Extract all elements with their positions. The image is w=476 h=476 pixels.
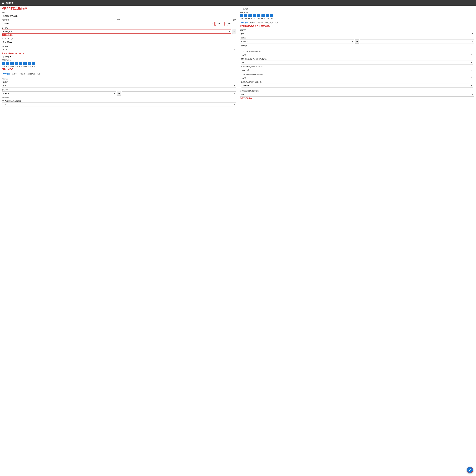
resolution-height-input[interactable] [227, 22, 236, 26]
cpu6-label: CPU6 [28, 66, 31, 67]
cpu3-label: CPU3 [15, 66, 18, 67]
gpu-annotation: 推荐选择：骁龙 [2, 34, 14, 36]
right-cpu0-label: CPU0 [240, 18, 243, 19]
right-offscreen-label: 离屏渲染模式(B提速,F兼容性好) [241, 66, 473, 68]
tab-folders-right[interactable]: 设置文件夹 [264, 21, 274, 25]
left-csmt-wrap: 启用 ▼ [2, 102, 236, 106]
cpu0-label: CPU0 [2, 66, 5, 67]
left-bg-label: 背景设置 [2, 89, 236, 91]
gpu-settings-button[interactable]: ⚙ [232, 30, 236, 34]
cpu-item-4: ✓ CPU4 [19, 62, 22, 67]
right-bg-select[interactable]: 桌面壁纸 [240, 39, 354, 43]
tab-env-right[interactable]: 环境变量 [256, 21, 264, 25]
right-cpu-item-6: ✓ CPU6 [266, 14, 269, 19]
right-cpu-item-2: ✓ CPU2 [248, 14, 252, 19]
right-shader-select[interactable]: 启用 [241, 76, 473, 80]
right-cpu2-checkbox[interactable]: ✓ [248, 14, 252, 17]
right-cpu5-checkbox[interactable]: ✓ [261, 14, 265, 17]
show-fps-checkbox[interactable] [2, 56, 4, 58]
tab-env-left[interactable]: 环境变量 [18, 72, 26, 76]
right-shader-label: 改进着色器渲染(启用提高兼容性) [241, 73, 473, 75]
cpu3-checkbox[interactable]: ✓ [15, 62, 18, 65]
cpu-item-5: ✓ CPU5 [23, 62, 27, 67]
dx-select[interactable]: CNC DDraw [2, 40, 236, 44]
top-bar: ☰ 编辑容器 [0, 0, 476, 6]
right-gpu-name-label: GPU名称(伪装显卡id,改善游戏兼容性) [241, 58, 473, 60]
right-cpu3-checkbox[interactable]: ✓ [253, 14, 256, 17]
gpu-driver-label: 显卡驱动 [2, 27, 236, 29]
right-cpu-item-0: ✓ CPU0 [240, 14, 243, 19]
resolution-preset-select[interactable]: Custom [2, 22, 215, 26]
cpu7-checkbox[interactable]: ✓ [32, 62, 35, 65]
left-csmt-select[interactable]: 启用 [2, 102, 236, 106]
right-cpu6-checkbox[interactable]: ✓ [266, 14, 269, 17]
left-bg-select[interactable]: 桌面壁纸 [2, 91, 116, 95]
tab-libs-left[interactable]: 函数库 [11, 72, 18, 76]
right-tabs: WINE配置 函数库 环境变量 设置文件夹 高级 [240, 21, 475, 25]
audio-select[interactable]: ALSA [2, 48, 236, 52]
right-cpu4-label: CPU4 [257, 18, 260, 19]
right-reg-label: 注册表键值 [240, 45, 475, 47]
tab-libs-right[interactable]: 函数库 [249, 21, 256, 25]
right-shader-wrap: 启用 ▼ [241, 76, 473, 80]
name-input[interactable] [2, 14, 236, 18]
cpu5-label: CPU5 [23, 66, 27, 67]
right-cursor-label: 游标覆盖偏移(影响鼠标移动) [240, 90, 475, 92]
right-gpu-name-select[interactable]: 9800GT [241, 61, 473, 65]
right-vram-wrap: 2048 MB ▼ [241, 84, 473, 87]
cpu1-checkbox[interactable]: ✓ [6, 62, 9, 65]
cpu2-checkbox[interactable]: ✓ [10, 62, 14, 65]
resolution-width-input[interactable] [215, 22, 224, 26]
left-bg-image-button[interactable]: 🖼 [117, 91, 121, 96]
save-fab-button[interactable]: ✓ [467, 467, 473, 473]
right-cpu1-label: CPU1 [244, 18, 247, 19]
width-label: 宽度 [117, 19, 120, 21]
right-cpu3-label: CPU3 [253, 18, 256, 19]
right-csmt-wrap: 启用 ▼ [241, 53, 473, 57]
right-cpu-item-3: ✓ CPU3 [253, 14, 256, 19]
cpu-item-0: ✓ CPU0 [2, 62, 5, 67]
cpu1-label: CPU1 [6, 66, 9, 67]
right-annotation-title: 以下设置可根据自己机型配置优化 [240, 25, 475, 28]
tab-wine-config-right[interactable]: WINE配置 [240, 21, 249, 25]
right-cursor-select[interactable]: 禁用 [240, 93, 475, 97]
right-cpu-item-1: ✓ CPU1 [244, 14, 247, 19]
x-separator: X [225, 23, 226, 25]
tab-advanced-right[interactable]: 高级 [274, 21, 279, 25]
right-vram-select[interactable]: 2048 MB [241, 84, 473, 87]
right-cpu4-checkbox[interactable]: ✓ [257, 14, 260, 17]
right-cpu-item-4: ✓ CPU4 [257, 14, 260, 19]
right-offscreen-select[interactable]: Backbuffer [241, 68, 473, 72]
right-theme-select[interactable]: 明亮 [240, 32, 475, 36]
right-cpu7-checkbox[interactable]: ✓ [270, 14, 273, 17]
menu-icon[interactable]: ☰ [2, 1, 4, 4]
tab-wine-config-left[interactable]: WINE配置 [2, 72, 11, 76]
cursor-annotation: 选择完记得保存 [240, 97, 252, 100]
left-csmt-label: CSMT (多线程渲染,启用提速) [2, 100, 236, 102]
tab-advanced-left[interactable]: 高级 [36, 72, 41, 76]
cpu4-checkbox[interactable]: ✓ [19, 62, 22, 65]
cpu5-checkbox[interactable]: ✓ [23, 62, 27, 65]
right-cpu0-checkbox[interactable]: ✓ [240, 14, 243, 17]
dx-label: 安装DX文件 ? [2, 37, 236, 40]
right-bg-extra-select[interactable] [360, 39, 474, 43]
left-theme-label: 主题设置 [2, 81, 236, 83]
right-gpu-name-wrap: 9800GT ▼ [241, 61, 473, 65]
right-bg-image-button[interactable]: 🖼 [355, 39, 359, 44]
right-csmt-select[interactable]: 启用 [241, 53, 473, 57]
right-csmt-label: CSMT (多线程渲染,启用提速) [241, 50, 473, 52]
tab-folders-left[interactable]: 设置文件夹 [26, 72, 36, 76]
resolution-preset-wrap: Custom ▼ [2, 22, 215, 26]
right-show-fps-checkbox[interactable] [240, 8, 242, 10]
left-bg-extra-select[interactable] [122, 91, 236, 95]
cpu0-checkbox[interactable]: ✓ [2, 62, 5, 65]
left-tabs: WINE配置 函数库 环境变量 设置文件夹 高级 [2, 72, 236, 76]
right-cpu1-checkbox[interactable]: ✓ [244, 14, 247, 17]
right-bg-extra-wrap: ▼ [360, 39, 474, 43]
left-theme-select[interactable]: 明亮 [2, 84, 236, 88]
gpu-driver-select[interactable]: Turnip (骁龙) [2, 30, 231, 34]
right-theme-wrap: 明亮 ▼ [240, 32, 475, 36]
right-cpu-item-5: ✓ CPU5 [261, 14, 265, 19]
cpu6-checkbox[interactable]: ✓ [28, 62, 31, 65]
dx-help-icon[interactable]: ? [11, 38, 13, 39]
